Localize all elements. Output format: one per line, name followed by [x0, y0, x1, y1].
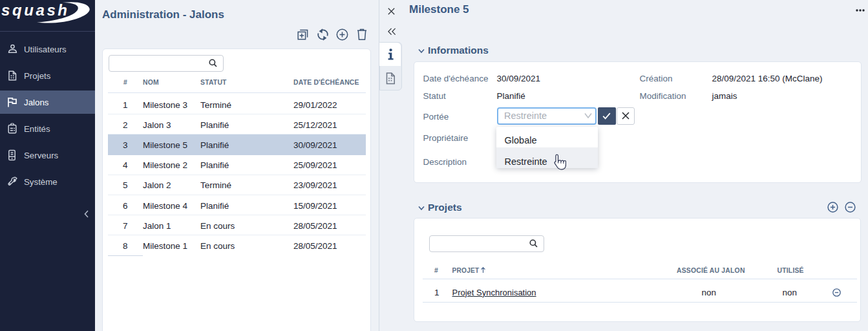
svg-text:squash: squash	[1, 1, 70, 19]
